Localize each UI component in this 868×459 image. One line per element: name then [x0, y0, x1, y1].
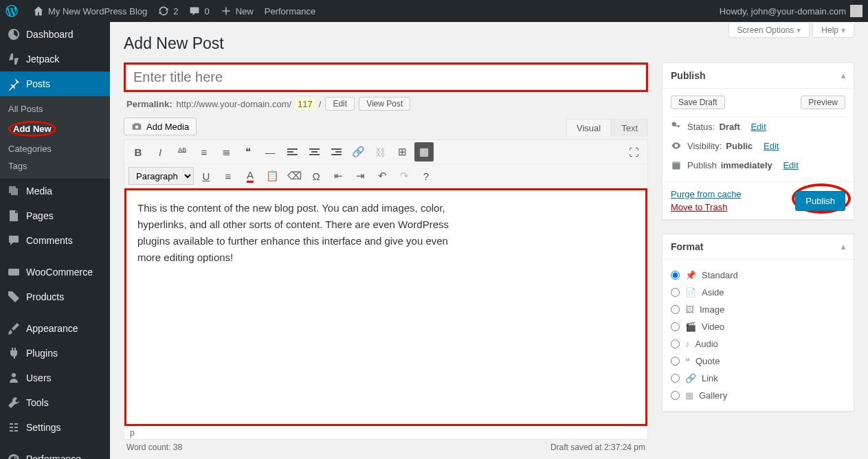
- format-radio[interactable]: [671, 357, 680, 366]
- sidebar-item-appearance[interactable]: Appearance: [0, 316, 110, 341]
- edit-permalink-button[interactable]: Edit: [325, 97, 355, 111]
- link-button[interactable]: 🔗: [348, 142, 368, 161]
- help-button[interactable]: ?: [416, 166, 436, 186]
- format-option-gallery[interactable]: ▦Gallery: [671, 387, 845, 404]
- sidebar-item-label: WooCommerce: [26, 267, 93, 278]
- sidebar-item-users[interactable]: Users: [0, 366, 110, 390]
- sidebar-item-label: Users: [26, 372, 52, 383]
- screen-options-toggle[interactable]: Screen Options▾: [728, 23, 810, 38]
- fullscreen-button[interactable]: ⛶: [624, 142, 643, 161]
- sidebar-item-products[interactable]: Products: [0, 284, 110, 309]
- format-radio[interactable]: [671, 391, 680, 400]
- redo-button[interactable]: ↷: [394, 166, 414, 186]
- sidebar-sub-all-posts[interactable]: All Posts: [0, 100, 110, 117]
- format-select[interactable]: Paragraph: [129, 167, 194, 185]
- my-account-link[interactable]: Howdy, john@your-domain.com: [714, 0, 868, 22]
- publish-box-toggle[interactable]: Publish▴: [663, 63, 854, 89]
- view-post-button[interactable]: View Post: [359, 97, 410, 111]
- caret-down-icon: ▾: [841, 25, 845, 35]
- home-icon: [33, 5, 44, 16]
- updates-link[interactable]: 2: [153, 0, 183, 22]
- format-radio[interactable]: [671, 288, 680, 297]
- purge-cache-link[interactable]: Purge from cache: [671, 189, 742, 199]
- save-draft-button[interactable]: Save Draft: [671, 96, 725, 109]
- more-button[interactable]: ⊞: [392, 142, 412, 161]
- sidebar-sub-categories[interactable]: Categories: [0, 140, 110, 157]
- format-option-aside[interactable]: 📄Aside: [671, 284, 845, 301]
- sidebar-item-settings[interactable]: Settings: [0, 415, 110, 440]
- howdy-text: Howdy, john@your-domain.com: [720, 6, 846, 16]
- sidebar-item-pages[interactable]: Pages: [0, 203, 110, 228]
- format-radio[interactable]: [671, 271, 680, 280]
- special-char-button[interactable]: Ω: [307, 166, 326, 186]
- sidebar-item-woocommerce[interactable]: WooCommerce: [0, 260, 110, 284]
- align-right-button[interactable]: [326, 142, 346, 161]
- format-radio[interactable]: [671, 339, 680, 348]
- sidebar-sub-tags[interactable]: Tags: [0, 157, 110, 175]
- sidebar-item-plugins[interactable]: Plugins: [0, 341, 110, 366]
- sidebar-item-jetpack[interactable]: Jetpack: [0, 47, 110, 71]
- unlink-button[interactable]: ⛓: [370, 142, 390, 161]
- justify-button[interactable]: ≡: [219, 166, 238, 186]
- underline-button[interactable]: U: [197, 166, 216, 186]
- sidebar-item-media[interactable]: Media: [0, 179, 110, 203]
- post-content-editor[interactable]: This is the content of the new blog post…: [126, 190, 645, 424]
- format-gallery-icon: ▦: [685, 390, 693, 401]
- post-title-input[interactable]: [126, 65, 646, 90]
- paste-text-button[interactable]: 📋: [263, 166, 282, 186]
- add-media-button[interactable]: Add Media: [124, 117, 197, 135]
- bullet-list-button[interactable]: ≡: [194, 142, 214, 161]
- format-option-quote[interactable]: ❝Quote: [671, 352, 845, 370]
- format-label: Audio: [695, 339, 718, 349]
- number-list-button[interactable]: ≣: [216, 142, 236, 161]
- format-radio[interactable]: [671, 322, 680, 331]
- toolbar-toggle-button[interactable]: ▦: [414, 142, 434, 161]
- clear-format-button[interactable]: ⌫: [285, 166, 304, 186]
- comments-link[interactable]: 0: [183, 0, 214, 22]
- sidebar-sub-add-new[interactable]: Add New: [0, 117, 110, 140]
- text-tab[interactable]: Text: [611, 119, 648, 137]
- sidebar-item-label: Appearance: [26, 323, 78, 334]
- textcolor-button[interactable]: A: [241, 166, 260, 186]
- move-to-trash-link[interactable]: Move to Trash: [671, 202, 742, 212]
- align-center-button[interactable]: [304, 142, 324, 161]
- outdent-button[interactable]: ⇤: [329, 166, 348, 186]
- format-option-video[interactable]: 🎬Video: [671, 318, 845, 335]
- hr-button[interactable]: —: [260, 142, 280, 161]
- preview-button[interactable]: Preview: [801, 96, 845, 109]
- strike-button[interactable]: ᴬᴮ: [173, 142, 192, 161]
- format-option-link[interactable]: 🔗Link: [671, 370, 845, 387]
- edit-status-link[interactable]: Edit: [750, 122, 766, 132]
- publish-button[interactable]: Publish: [795, 191, 845, 211]
- permalink-slug[interactable]: 117: [296, 98, 315, 110]
- new-content-link[interactable]: New: [215, 0, 259, 22]
- sidebar-item-tools[interactable]: Tools: [0, 390, 110, 415]
- format-option-audio[interactable]: ♪Audio: [671, 335, 845, 352]
- site-name-link[interactable]: My New WordPress Blog: [27, 0, 153, 22]
- sidebar-item-performance[interactable]: Performance: [0, 447, 110, 459]
- format-radio[interactable]: [671, 305, 680, 314]
- sidebar-item-posts[interactable]: Posts: [0, 71, 110, 96]
- format-radio[interactable]: [671, 374, 680, 383]
- format-option-standard[interactable]: 📌Standard: [671, 267, 845, 284]
- undo-button[interactable]: ↶: [372, 166, 392, 186]
- help-toggle[interactable]: Help▾: [812, 23, 854, 38]
- jetpack-icon: [7, 52, 21, 66]
- format-option-image[interactable]: 🖼Image: [671, 301, 845, 318]
- align-left-button[interactable]: [282, 142, 302, 161]
- woo-icon: [7, 265, 21, 279]
- format-box: Format▴ 📌Standard📄Aside🖼Image🎬Video♪Audi…: [662, 234, 854, 412]
- draft-saved: Draft saved at 2:37:24 pm: [550, 443, 645, 452]
- wp-logo[interactable]: [0, 0, 27, 22]
- edit-schedule-link[interactable]: Edit: [783, 160, 798, 170]
- indent-button[interactable]: ⇥: [350, 166, 370, 186]
- italic-button[interactable]: I: [151, 142, 170, 161]
- performance-link[interactable]: Performance: [259, 0, 321, 22]
- sidebar-item-dashboard[interactable]: Dashboard: [0, 22, 110, 47]
- sidebar-item-comments[interactable]: Comments: [0, 228, 110, 253]
- edit-visibility-link[interactable]: Edit: [764, 141, 779, 151]
- visual-tab[interactable]: Visual: [566, 119, 611, 137]
- blockquote-button[interactable]: ❝: [238, 142, 258, 161]
- format-box-toggle[interactable]: Format▴: [663, 234, 854, 260]
- bold-button[interactable]: B: [129, 142, 148, 161]
